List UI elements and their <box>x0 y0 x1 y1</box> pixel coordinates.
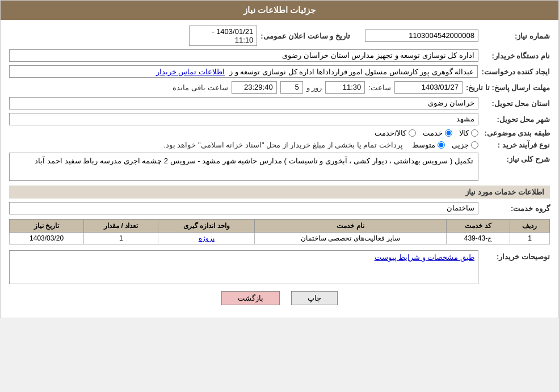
page-title: جزئیات اطلاعات نیاز <box>243 5 316 15</box>
page-header: جزئیات اطلاعات نیاز <box>1 1 558 20</box>
ostan-value: خراسان رضوی <box>9 97 478 109</box>
nam-dastgah-value: اداره کل نوسازی توسعه و تجهیز مدارس استا… <box>9 49 478 62</box>
action-buttons: چاپ بازگشت <box>9 291 550 305</box>
back-button[interactable]: بازگشت <box>221 291 280 305</box>
tabaqe-kalakhedmat-radio[interactable] <box>409 129 416 137</box>
toozihat-box: طبق مشخصات و شرایط پیوست <box>9 250 478 284</box>
cell-vahed[interactable]: پروژه <box>158 233 255 245</box>
grooh-label: گروه خدمت: <box>482 204 550 213</box>
cell-nam: سایر فعالیت‌های تخصصی ساختمان <box>255 233 447 245</box>
col-vahed: واحد اندازه گیری <box>158 220 255 233</box>
tarikh-value: 1403/01/21 - 11:10 <box>189 26 257 46</box>
saat-label: ساعت: <box>368 83 391 92</box>
cell-tarikh: 1403/03/20 <box>10 233 84 245</box>
tabaqe-khedmat-label: خدمت <box>423 129 443 137</box>
farayand-jozi[interactable]: جزیی <box>452 141 478 149</box>
farayand-jozi-radio[interactable] <box>471 141 478 149</box>
print-button[interactable]: چاپ <box>291 291 338 305</box>
col-nam: نام خدمت <box>255 220 447 233</box>
khadamat-table-container: ردیف کد خدمت نام خدمت واحد اندازه گیری ت… <box>9 219 550 245</box>
farayand-desc: پرداخت تمام یا بخشی از مبلغ خریدار از مح… <box>163 141 403 149</box>
mohlat-date: 1403/01/27 <box>394 81 463 94</box>
grooh-value: ساختمان <box>9 202 478 214</box>
tabaqe-kala[interactable]: کالا <box>459 129 478 137</box>
noe-farayand-group: جزیی متوسط <box>412 141 478 149</box>
cell-kod: ج-43-439 <box>446 233 510 245</box>
roz-label: روز و <box>306 83 322 92</box>
tabaqe-label: طبقه بندی موضوعی: <box>482 129 550 137</box>
ittela-tamas-link[interactable]: اطلاعات تماس خریدار <box>156 68 225 76</box>
tabaqe-kala-label: کالا <box>459 129 469 137</box>
table-row: 1 ج-43-439 سایر فعالیت‌های تخصصی ساختمان… <box>10 233 550 245</box>
shahr-value: مشهد <box>9 113 478 125</box>
tabaqe-khedmat[interactable]: خدمت <box>423 129 452 137</box>
sharh-label: شرح کلی نیاز: <box>482 153 550 163</box>
toozihat-label: توصیحات خریدار: <box>482 250 550 261</box>
col-tedad: تعداد / مقدار <box>84 220 158 233</box>
shahr-label: شهر محل تحویل: <box>482 115 550 124</box>
khadamat-section-title: اطلاعات خدمات مورد نیاز <box>9 186 550 199</box>
col-kod: کد خدمت <box>446 220 510 233</box>
ijad-konande-value: عبداله گوهری پور کارشناس مسئول امور قرار… <box>229 68 474 76</box>
toozihat-link[interactable]: طبق مشخصات و شرایط پیوست <box>375 253 474 262</box>
tabaqe-kala-radio[interactable] <box>471 129 478 137</box>
khadamat-table: ردیف کد خدمت نام خدمت واحد اندازه گیری ت… <box>9 219 550 245</box>
noe-farayand-label: نوع فرآیند خرید : <box>482 141 550 149</box>
tabaqe-radio-group: کالا خدمت کالا/خدمت <box>375 129 478 137</box>
mohlat-saat: 11:30 <box>325 81 365 94</box>
mohlat-roz: 5 <box>280 81 303 94</box>
tabaqe-kalakhedmat-label: کالا/خدمت <box>375 129 406 137</box>
sharh-value: تکمیل ( سرویس بهداشتی ، دیوار کشی ، آبخو… <box>9 153 478 181</box>
tarikh-label: تاریخ و ساعت اعلان عمومی: <box>260 32 350 40</box>
col-tarikh: تاریخ نیاز <box>10 220 84 233</box>
farayand-motavasset-label: متوسط <box>412 141 435 149</box>
mande-label: ساعت باقی مانده <box>173 83 228 92</box>
tabaqe-kala-khedmat[interactable]: کالا/خدمت <box>375 129 416 137</box>
ostan-label: استان محل تحویل: <box>482 99 550 108</box>
farayand-motavasset-radio[interactable] <box>438 141 445 149</box>
col-radif: ردیف <box>510 220 549 233</box>
ijad-konande-label: ایجاد کننده درخواست: <box>481 68 550 76</box>
shomare-niaz-label: شماره نیاز: <box>482 32 550 40</box>
tabaqe-khedmat-radio[interactable] <box>445 129 452 137</box>
farayand-jozi-label: جزیی <box>452 141 469 149</box>
shomare-niaz-value: 1103004542000008 <box>365 29 478 42</box>
mohlat-label: مهلت ارسال پاسخ: تا تاریخ: <box>466 83 550 92</box>
cell-radif: 1 <box>510 233 549 245</box>
nam-dastgah-label: نام دستگاه خریدار: <box>482 52 550 60</box>
cell-tedad: 1 <box>84 233 158 245</box>
farayand-motavasset[interactable]: متوسط <box>412 141 445 149</box>
mohlat-mande: 23:29:40 <box>232 81 277 94</box>
